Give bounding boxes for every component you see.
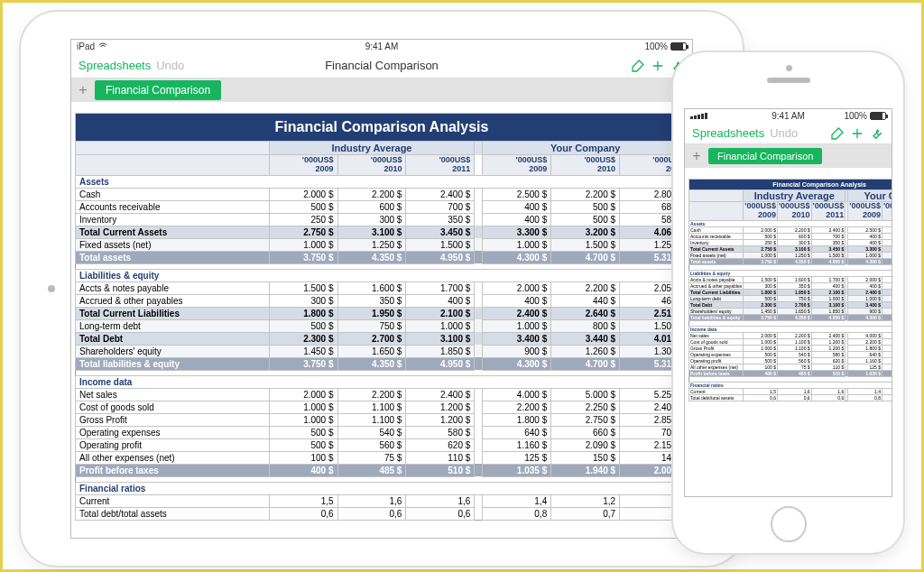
iphone-screen: 9:41 AM 100% Spreadsheets Undo + Financi… [684,108,892,497]
add-tab-button[interactable]: + [75,82,91,98]
brush-icon[interactable] [631,59,645,73]
sheet-area[interactable]: Financial Comparison AnalysisIndustry Av… [71,102,692,538]
toolbar: Spreadsheets Undo Financial Comparison [71,53,692,78]
plus-icon[interactable] [651,59,665,73]
tab-bar: + Financial Comparison [71,78,692,102]
iphone-camera [786,65,792,71]
ipad-camera [48,285,55,292]
status-bar: 9:41 AM 100% [685,109,892,123]
sheet-tab[interactable]: Financial Comparison [95,80,221,100]
battery-label: 100% [844,111,867,121]
status-time: 9:41 AM [772,111,805,121]
doc-title: Financial Comparison [325,59,439,72]
wrench-icon[interactable] [870,126,884,141]
undo-button[interactable]: Undo [156,59,184,72]
tab-bar: + Financial Comparison [685,144,892,168]
ipad-screen: iPad 9:41 AM 100% Spreadsheets Undo Fina… [70,39,693,539]
brush-icon[interactable] [830,126,845,141]
battery-label: 100% [644,42,668,51]
spreadsheet-table[interactable]: Financial Comparison AnalysisIndustry Av… [688,179,892,401]
status-time: 9:41 AM [365,42,399,51]
sheet-area[interactable]: Financial Comparison AnalysisIndustry Av… [685,168,892,496]
back-button[interactable]: Spreadsheets [692,126,764,140]
ipad-frame: iPad 9:41 AM 100% Spreadsheets Undo Fina… [21,12,743,566]
add-tab-button[interactable]: + [688,148,705,164]
carrier-label: iPad [77,42,95,51]
toolbar: Spreadsheets Undo [685,123,892,144]
battery-icon [670,42,687,51]
sheet-tab[interactable]: Financial Comparison [708,148,822,164]
iphone-home-button[interactable] [771,506,807,542]
signal-icon [690,113,707,119]
status-bar: iPad 9:41 AM 100% [71,40,692,53]
iphone-frame: 9:41 AM 100% Spreadsheets Undo + Financi… [673,52,903,553]
back-button[interactable]: Spreadsheets [79,59,151,72]
iphone-speaker [767,78,810,83]
undo-button[interactable]: Undo [770,126,798,140]
spreadsheet-table[interactable]: Financial Comparison AnalysisIndustry Av… [75,113,688,521]
wifi-icon [98,42,107,51]
battery-icon [870,112,886,120]
plus-icon[interactable] [850,126,864,141]
